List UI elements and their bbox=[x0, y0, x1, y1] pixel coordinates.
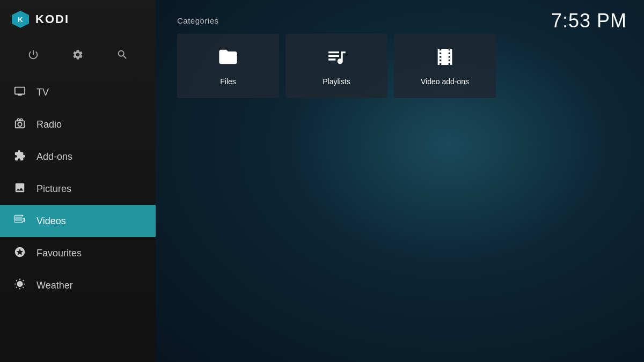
sidebar-item-pictures-label: Pictures bbox=[36, 183, 71, 195]
addons-icon bbox=[13, 150, 27, 164]
category-video-addons-label: Video add-ons bbox=[421, 77, 469, 86]
category-card-video-addons[interactable]: Video add-ons bbox=[394, 34, 496, 98]
settings-button[interactable] bbox=[66, 43, 90, 67]
sidebar-item-pictures[interactable]: Pictures bbox=[0, 173, 156, 205]
category-playlists-label: Playlists bbox=[323, 77, 350, 86]
video-addons-icon bbox=[434, 46, 456, 72]
sidebar-item-weather-label: Weather bbox=[36, 280, 73, 291]
folder-icon bbox=[217, 46, 239, 72]
category-card-playlists[interactable]: Playlists bbox=[286, 34, 387, 98]
top-controls bbox=[0, 39, 156, 76]
sidebar-item-videos[interactable]: Videos bbox=[0, 205, 156, 237]
search-button[interactable] bbox=[111, 43, 134, 67]
radio-icon bbox=[13, 117, 27, 132]
category-files-label: Files bbox=[220, 77, 236, 86]
sidebar-item-videos-label: Videos bbox=[36, 216, 66, 227]
logo-area: K KODI bbox=[0, 0, 156, 39]
time-display: 7:53 PM bbox=[551, 10, 627, 32]
sidebar-item-tv-label: TV bbox=[36, 87, 49, 98]
gear-icon bbox=[72, 49, 84, 61]
sidebar-item-radio[interactable]: Radio bbox=[0, 108, 156, 141]
pictures-icon bbox=[13, 182, 27, 196]
main-content: 7:53 PM Categories Files Playlists bbox=[156, 0, 644, 362]
nav-items: TV Radio Add-ons Pictures bbox=[0, 76, 156, 362]
favourites-icon bbox=[13, 246, 27, 261]
sidebar-item-favourites-label: Favourites bbox=[36, 248, 82, 259]
weather-icon bbox=[13, 278, 27, 293]
power-icon bbox=[27, 49, 39, 61]
category-card-files[interactable]: Files bbox=[177, 34, 279, 98]
svg-text:K: K bbox=[18, 16, 23, 24]
search-icon bbox=[116, 49, 128, 61]
sidebar-item-addons-label: Add-ons bbox=[36, 151, 72, 162]
videos-icon bbox=[13, 214, 27, 228]
sidebar-item-radio-label: Radio bbox=[36, 119, 62, 130]
playlist-icon bbox=[326, 46, 347, 72]
sidebar-item-weather[interactable]: Weather bbox=[0, 269, 156, 301]
kodi-logo-icon: K bbox=[11, 10, 30, 29]
sidebar-item-favourites[interactable]: Favourites bbox=[0, 237, 156, 269]
tv-icon bbox=[13, 85, 27, 100]
category-grid: Files Playlists Video add-ons bbox=[177, 34, 623, 98]
app-title: KODI bbox=[35, 12, 69, 26]
sidebar: K KODI TV bbox=[0, 0, 156, 362]
power-button[interactable] bbox=[21, 43, 45, 67]
sidebar-item-addons[interactable]: Add-ons bbox=[0, 141, 156, 173]
sidebar-item-tv[interactable]: TV bbox=[0, 76, 156, 108]
